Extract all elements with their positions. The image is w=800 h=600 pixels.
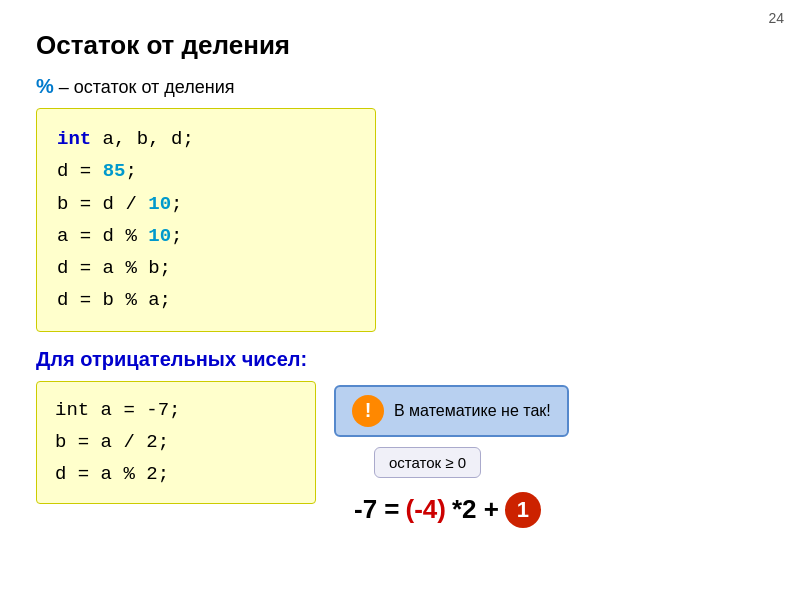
code-token: ; (158, 463, 169, 485)
code-token: a (57, 225, 68, 247)
code-token: ; (158, 431, 169, 453)
code-token: 10 (148, 193, 171, 215)
code-token: 10 (148, 225, 171, 247)
code-token: 2 (146, 463, 157, 485)
code-token: = b % a; (68, 289, 171, 311)
code-token: a, b, d; (91, 128, 194, 150)
main-content: Остаток от деления % – остаток от делени… (0, 0, 800, 548)
remainder-note: остаток ≥ 0 (374, 447, 481, 478)
code-token: 85 (103, 160, 126, 182)
code-token: int (57, 128, 91, 150)
math-neg-val: (-4) (406, 494, 446, 525)
callout-text: В математике не так! (394, 402, 551, 420)
page-number: 24 (768, 10, 784, 26)
math-lhs: -7 = (354, 494, 400, 525)
code-token: int (55, 399, 89, 421)
code-token: a = (89, 399, 146, 421)
code-line: d = a % b; (57, 252, 355, 284)
code-block-main: int a, b, d;d = 85;b = d / 10;a = d % 10… (36, 108, 376, 332)
code-line: a = d % 10; (57, 220, 355, 252)
code-token: b = a / (55, 431, 146, 453)
math-part2: *2 + (452, 494, 499, 525)
subtitle-text: – остаток от деления (54, 77, 235, 97)
code-token: d (57, 289, 68, 311)
code-line: d = b % a; (57, 284, 355, 316)
code-block-negative: int a = -7;b = a / 2;d = a % 2; (36, 381, 316, 504)
code-token: ; (125, 160, 136, 182)
code-line: int a = -7; (55, 394, 297, 426)
percent-operator: % (36, 75, 54, 97)
code-token: d = a % (55, 463, 146, 485)
code-line: int a, b, d; (57, 123, 355, 155)
code-token: ; (169, 399, 180, 421)
code-token: = d / (68, 193, 148, 215)
code-line: b = a / 2; (55, 426, 297, 458)
code-token: -7 (146, 399, 169, 421)
code-token: ; (171, 225, 182, 247)
callout-box: ! В математике не так! (334, 385, 569, 437)
code-token: b (57, 193, 68, 215)
math-result-circle: 1 (505, 492, 541, 528)
code-token: ; (171, 193, 182, 215)
code-token: d (57, 160, 68, 182)
page-title: Остаток от деления (36, 30, 764, 61)
code-token: = a % b; (68, 257, 171, 279)
code-token: d (57, 257, 68, 279)
section-negative-title: Для отрицательных чисел: (36, 348, 764, 371)
exclamation-badge: ! (352, 395, 384, 427)
right-panel: ! В математике не так! остаток ≥ 0 -7 = … (334, 381, 569, 528)
code-token: = (68, 160, 102, 182)
code-token: = d % (68, 225, 148, 247)
code-line: d = 85; (57, 155, 355, 187)
subtitle: % – остаток от деления (36, 75, 764, 98)
code-line: b = d / 10; (57, 188, 355, 220)
code-line: d = a % 2; (55, 458, 297, 490)
code-token: 2 (146, 431, 157, 453)
bottom-row: int a = -7;b = a / 2;d = a % 2; ! В мате… (36, 381, 764, 528)
math-expression: -7 = (-4) *2 + 1 (354, 492, 541, 528)
